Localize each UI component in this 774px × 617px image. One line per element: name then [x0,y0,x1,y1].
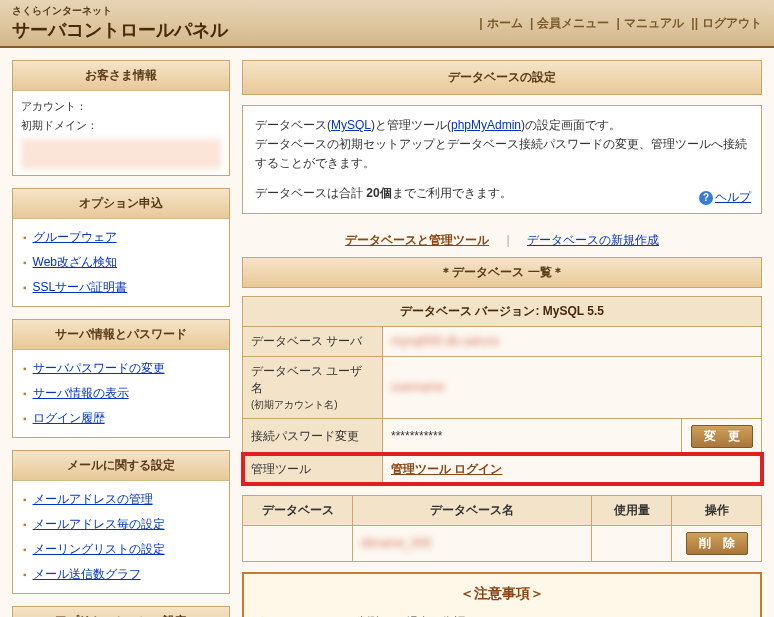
server-panel: サーバ情報とパスワード サーバパスワードの変更 サーバ情報の表示 ログイン履歴 [12,319,230,438]
option-panel: オプション申込 グループウェア Web改ざん検知 SSLサーバ証明書 [12,188,230,307]
col-db: データベース [243,495,353,525]
col-name: データベース名 [353,495,592,525]
redacted-text: dbname_000 [361,536,431,550]
redacted-area [21,139,221,169]
server-head: サーバ情報とパスワード [13,320,229,350]
top-header: さくらインターネット サーバコントロールパネル |ホーム |会員メニュー |マニ… [0,0,774,48]
admin-tool-label: 管理ツール [243,454,383,484]
help-icon: ? [699,191,713,205]
domain-label: 初期ドメイン： [21,116,221,135]
delete-button[interactable]: 削 除 [686,532,748,555]
nav-home[interactable]: ホーム [487,16,523,30]
help-link[interactable]: ヘルプ [715,190,751,204]
app-head: アプリケーションの設定 [13,607,229,617]
customer-panel: お客さま情報 アカウント： 初期ドメイン： [12,60,230,176]
sidebar-item[interactable]: メールアドレス毎の設定 [33,517,165,531]
info-box: データベース(MySQL)と管理ツール(phpMyAdmin)の設定画面です。 … [242,105,762,214]
app-panel: アプリケーションの設定 データベースの設定 アクセスログの設定 Perlのバージ… [12,606,230,617]
nav-logout[interactable]: ログアウト [702,16,762,30]
redacted-text: username [391,380,444,394]
sidebar-item[interactable]: SSLサーバ証明書 [33,280,128,294]
notice-box: ＜注意事項＞ データベースを削除した場合、復旧はできません。 ユーザ名とパスワー… [242,572,762,617]
db-version: データベース バージョン: MySQL 5.5 [243,296,762,326]
nav-member[interactable]: 会員メニュー [537,16,609,30]
sidebar-item[interactable]: サーバ情報の表示 [33,386,129,400]
sidebar-item[interactable]: メール送信数グラフ [33,567,141,581]
mysql-link[interactable]: MySQL [331,118,371,132]
sidebar-item[interactable]: メーリングリストの設定 [33,542,165,556]
sidebar-item[interactable]: Web改ざん検知 [33,255,117,269]
tab-current[interactable]: データベースと管理ツール [345,233,489,247]
header-title: サーバコントロールパネル [12,18,228,42]
sidebar-item[interactable]: メールアドレスの管理 [33,492,153,506]
header-subtitle: さくらインターネット [12,4,228,18]
db-user-label: データベース ユーザ名(初期アカウント名) [243,356,383,418]
change-pw-button[interactable]: 変 更 [691,425,753,448]
table-row: dbname_000 削 除 [243,525,762,561]
nav-manual[interactable]: マニュアル [624,16,684,30]
tab-row: データベースと管理ツール | データベースの新規作成 [242,224,762,257]
redacted-text: mysql000.db.sakura [391,334,498,348]
db-list-head: ＊データベース 一覧＊ [242,257,762,288]
db-list-table: データベース データベース名 使用量 操作 dbname_000 削 除 [242,495,762,562]
col-op: 操作 [672,495,762,525]
customer-head: お客さま情報 [13,61,229,91]
db-limit: 20個 [366,186,391,200]
pw-label: 接続パスワード変更 [243,418,383,454]
option-head: オプション申込 [13,189,229,219]
mail-head: メールに関する設定 [13,451,229,481]
pw-value: *********** [383,418,682,454]
notice-title: ＜注意事項＞ [256,582,748,606]
mail-panel: メールに関する設定 メールアドレスの管理 メールアドレス毎の設定 メーリングリス… [12,450,230,594]
notice-item: データベースを削除した場合、復旧はできません。 [256,612,748,617]
page-title: データベースの設定 [242,60,762,95]
admin-tool-login-link[interactable]: 管理ツール ログイン [391,462,502,476]
phpmyadmin-link[interactable]: phpMyAdmin [451,118,521,132]
col-use: 使用量 [592,495,672,525]
top-nav: |ホーム |会員メニュー |マニュアル ||ログアウト [475,15,762,32]
db-server-label: データベース サーバ [243,326,383,356]
sidebar-item[interactable]: ログイン履歴 [33,411,105,425]
sidebar-item[interactable]: グループウェア [33,230,117,244]
tab-new-db[interactable]: データベースの新規作成 [527,233,659,247]
account-label: アカウント： [21,97,221,116]
db-info-table: データベース バージョン: MySQL 5.5 データベース サーバ mysql… [242,296,762,485]
sidebar-item[interactable]: サーバパスワードの変更 [33,361,165,375]
